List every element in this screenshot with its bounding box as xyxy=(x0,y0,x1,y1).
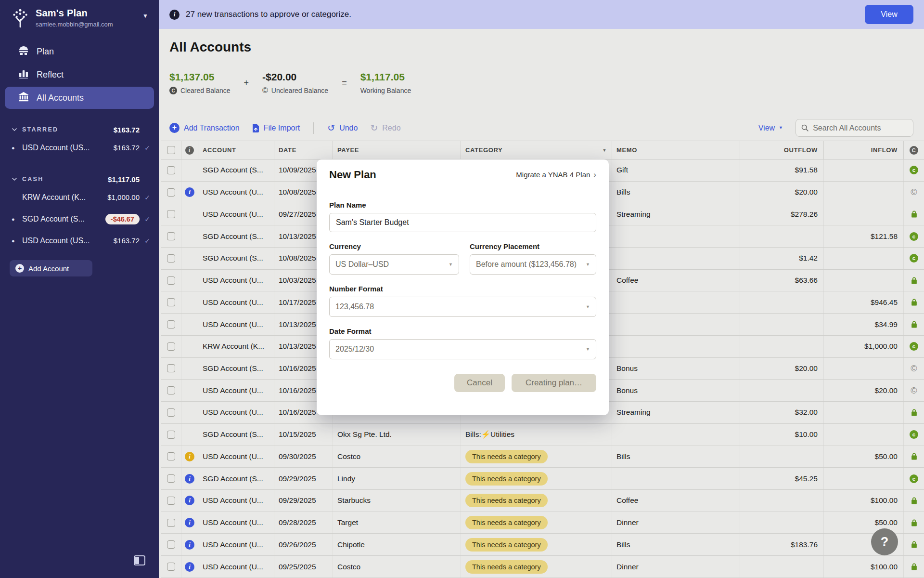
needs-category-badge[interactable]: This needs a category xyxy=(465,450,548,463)
table-row[interactable]: i USD Account (U... 09/30/2025 Costco Th… xyxy=(161,446,924,468)
header-inflow[interactable]: INFLOW xyxy=(824,141,904,159)
info-flag-icon[interactable]: i xyxy=(185,496,194,505)
sidebar-item-plan[interactable]: Plan xyxy=(5,40,154,63)
migrate-ynab4-link[interactable]: Migrate a YNAB 4 Plan › xyxy=(516,171,596,179)
cell-cleared-status[interactable] xyxy=(904,490,924,512)
chevron-down-icon[interactable]: ▼ xyxy=(602,148,612,153)
banner-view-button[interactable]: View xyxy=(865,5,913,24)
view-dropdown[interactable]: View ▼ xyxy=(758,124,783,132)
cell-cleared-status[interactable] xyxy=(904,291,924,313)
row-checkbox[interactable] xyxy=(167,474,175,483)
plan-menu[interactable]: Sam's Plan samlee.mobbin@gmail.com ▼ xyxy=(0,0,159,33)
cancel-button[interactable]: Cancel xyxy=(454,374,505,392)
help-button[interactable]: ? xyxy=(871,528,898,555)
currency-select[interactable]: US Dollar–USD ▼ xyxy=(329,254,459,275)
info-flag-icon[interactable]: i xyxy=(185,562,194,572)
row-checkbox[interactable] xyxy=(167,320,175,328)
row-checkbox[interactable] xyxy=(167,166,175,174)
table-row[interactable]: i USD Account (U... 09/26/2025 Chipotle … xyxy=(161,534,924,556)
create-plan-button[interactable]: Creating plan… xyxy=(512,374,596,392)
cleared-column-icon[interactable]: C xyxy=(910,146,918,155)
cell-cleared-status[interactable]: © xyxy=(904,182,924,203)
table-row[interactable]: SGD Account (S... 10/15/2025 Okx Sg Pte.… xyxy=(161,424,924,446)
cell-cleared-status[interactable]: © xyxy=(904,358,924,380)
plan-menu-caret-icon[interactable]: ▼ xyxy=(142,13,148,19)
account-group-header[interactable]: STARRED $163.72 xyxy=(0,122,159,137)
row-checkbox[interactable] xyxy=(167,232,175,240)
needs-category-badge[interactable]: This needs a category xyxy=(465,472,548,486)
table-row[interactable]: i USD Account (U... 09/28/2025 Target Th… xyxy=(161,512,924,534)
row-checkbox[interactable] xyxy=(167,298,175,306)
row-checkbox[interactable] xyxy=(167,188,175,197)
cell-cleared-status[interactable]: c xyxy=(904,248,924,269)
cell-cleared-status[interactable] xyxy=(904,512,924,534)
collapse-sidebar-icon[interactable] xyxy=(134,555,145,565)
redo-button[interactable]: ↻ Redo xyxy=(370,123,400,132)
warning-flag-icon[interactable]: i xyxy=(185,452,194,461)
plan-name-input[interactable] xyxy=(329,213,596,232)
needs-category-badge[interactable]: This needs a category xyxy=(465,538,548,552)
needs-category-badge[interactable]: This needs a category xyxy=(465,560,548,574)
info-flag-icon[interactable]: i xyxy=(185,540,194,550)
cell-cleared-status[interactable] xyxy=(904,270,924,291)
cell-cleared-status[interactable]: c xyxy=(904,225,924,247)
table-row[interactable]: i USD Account (U... 09/29/2025 Starbucks… xyxy=(161,490,924,512)
cell-cleared-status[interactable] xyxy=(904,402,924,423)
row-checkbox[interactable] xyxy=(167,497,175,505)
cell-cleared-status[interactable] xyxy=(904,203,924,225)
row-checkbox[interactable] xyxy=(167,276,175,285)
row-checkbox[interactable] xyxy=(167,540,175,549)
sidebar-account-item[interactable]: ● USD Account (US... $163.72 ✓ xyxy=(0,230,159,251)
currency-placement-select[interactable]: Before amount ($123,456.78) ▼ xyxy=(470,254,596,275)
info-flag-icon[interactable]: i xyxy=(185,474,194,484)
header-date[interactable]: DATE xyxy=(274,141,333,159)
table-row[interactable]: i USD Account (U... 09/25/2025 Costco Th… xyxy=(161,556,924,578)
search-box[interactable] xyxy=(796,119,913,137)
row-checkbox[interactable] xyxy=(167,254,175,263)
header-memo[interactable]: MEMO xyxy=(612,141,740,159)
cell-cleared-status[interactable]: c xyxy=(904,424,924,446)
sidebar-account-item[interactable]: KRW Account (K... $1,000.00 ✓ xyxy=(0,186,159,208)
row-checkbox[interactable] xyxy=(167,342,175,351)
header-category[interactable]: CATEGORY▼ xyxy=(461,141,612,159)
cell-cleared-status[interactable]: © xyxy=(904,380,924,401)
search-input[interactable] xyxy=(813,124,908,132)
cell-cleared-status[interactable]: c xyxy=(904,336,924,357)
row-checkbox[interactable] xyxy=(167,408,175,417)
info-flag-icon[interactable]: i xyxy=(185,187,194,197)
row-checkbox[interactable] xyxy=(167,563,175,571)
cell-cleared-status[interactable]: c xyxy=(904,159,924,181)
row-checkbox[interactable] xyxy=(167,431,175,439)
needs-category-badge[interactable]: This needs a category xyxy=(465,494,548,507)
date-format-select[interactable]: 2025/12/30 ▼ xyxy=(329,339,596,359)
cell-cleared-status[interactable] xyxy=(904,314,924,335)
info-flag-icon[interactable]: i xyxy=(185,518,194,527)
add-transaction-button[interactable]: + Add Transaction xyxy=(169,123,240,133)
table-row[interactable]: i SGD Account (S... 09/29/2025 Lindy Thi… xyxy=(161,468,924,490)
row-checkbox[interactable] xyxy=(167,519,175,527)
file-import-button[interactable]: File Import xyxy=(252,124,300,132)
header-account[interactable]: ACCOUNT xyxy=(198,141,274,159)
flag-column-icon[interactable]: i xyxy=(185,146,194,155)
sidebar-item-all-accounts[interactable]: All Accounts xyxy=(5,87,154,109)
number-format-select[interactable]: 123,456.78 ▼ xyxy=(329,297,596,317)
add-account-button[interactable]: + Add Account xyxy=(10,260,92,276)
needs-category-badge[interactable]: This needs a category xyxy=(465,516,548,529)
select-all-checkbox[interactable] xyxy=(167,146,175,154)
row-checkbox[interactable] xyxy=(167,364,175,372)
row-checkbox[interactable] xyxy=(167,210,175,218)
cell-cleared-status[interactable]: c xyxy=(904,468,924,489)
cell-cleared-status[interactable] xyxy=(904,556,924,578)
plus-operator: + xyxy=(244,71,249,88)
sidebar-item-reflect[interactable]: Reflect xyxy=(5,64,154,86)
cell-cleared-status[interactable] xyxy=(904,446,924,468)
cell-cleared-status[interactable] xyxy=(904,534,924,555)
header-payee[interactable]: PAYEE xyxy=(333,141,461,159)
header-outflow[interactable]: OUTFLOW xyxy=(740,141,824,159)
sidebar-account-item[interactable]: ● USD Account (US... $163.72 ✓ xyxy=(0,137,159,158)
row-checkbox[interactable] xyxy=(167,386,175,394)
sidebar-account-item[interactable]: ● SGD Account (S... -$46.67 ✓ xyxy=(0,208,159,230)
account-group-header[interactable]: CASH $1,117.05 xyxy=(0,172,159,186)
undo-button[interactable]: ↺ Undo xyxy=(327,123,358,132)
row-checkbox[interactable] xyxy=(167,452,175,460)
